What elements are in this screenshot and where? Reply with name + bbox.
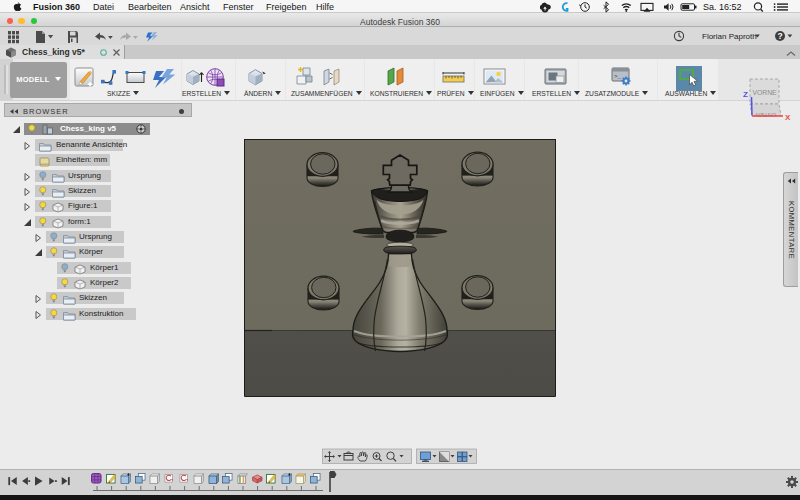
- svg-text:X: X: [785, 113, 791, 122]
- svg-text:VORNE: VORNE: [752, 89, 777, 96]
- svg-text:Z: Z: [743, 90, 748, 99]
- svg-text:UNTEN: UNTEN: [756, 112, 777, 118]
